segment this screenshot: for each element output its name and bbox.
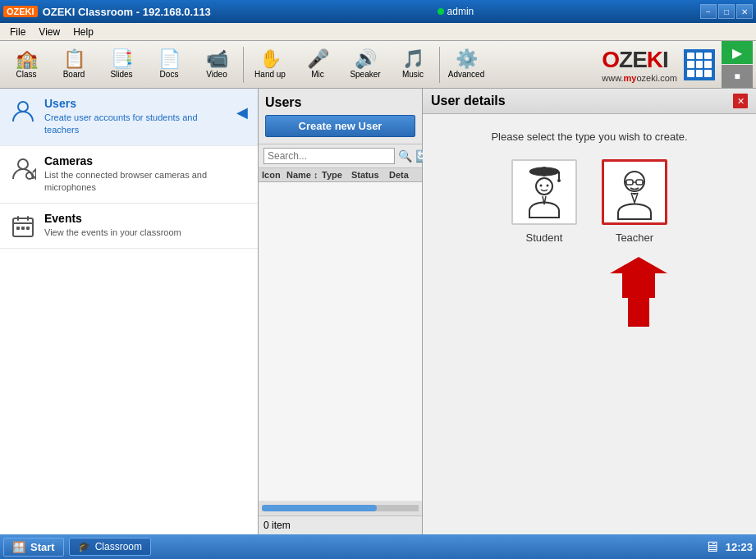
toolbar: 🏫 Class 📋 Board 📑 Slides 📄 Docs 📹 Video … <box>0 41 756 89</box>
menu-file[interactable]: File <box>3 25 32 39</box>
speaker-label: Speaker <box>350 70 380 79</box>
play-stop-box: ▶ ■ <box>722 41 753 88</box>
toolbar-separator <box>243 47 244 83</box>
close-button[interactable]: ✕ <box>736 4 753 19</box>
video-icon: 📹 <box>206 50 228 68</box>
ozeki-logo-url: www.mywww.myozeki.comozeki.com <box>602 73 677 83</box>
status-right: 🖥 12:23 <box>704 538 753 556</box>
menu-bar: File View Help <box>0 23 756 41</box>
toolbar-advanced-button[interactable]: ⚙️ Advanced <box>443 44 489 85</box>
video-label: Video <box>206 70 227 79</box>
status-bar: 🪟 Start 🎓 Classroom 🖥 12:23 <box>0 534 756 559</box>
svg-rect-22 <box>628 298 649 327</box>
col-type-header: Type <box>322 170 351 180</box>
start-icon: 🪟 <box>12 541 25 553</box>
svg-point-0 <box>18 102 28 112</box>
scrollbar[interactable] <box>262 505 419 511</box>
admin-label: admin <box>447 6 474 17</box>
maximize-button[interactable]: □ <box>718 4 735 19</box>
svg-rect-6 <box>26 227 30 230</box>
toolbar-music-button[interactable]: 🎵 Music <box>390 44 436 85</box>
red-arrow-icon <box>610 257 667 339</box>
create-user-button[interactable]: Create new User <box>265 115 415 137</box>
search-input[interactable] <box>263 148 395 164</box>
minimize-button[interactable]: − <box>700 4 717 19</box>
slides-icon: 📑 <box>111 50 133 68</box>
teacher-icon[interactable] <box>602 159 667 225</box>
grid-cell-4 <box>687 61 694 68</box>
svg-point-11 <box>557 179 561 182</box>
toolbar-class-button[interactable]: 🏫 Class <box>3 44 49 85</box>
toolbar-right: OZEKI www.mywww.myozeki.comozeki.com ▶ ■ <box>602 41 753 88</box>
details-body: Please select the type you wish to creat… <box>423 114 756 534</box>
cameras-icon <box>10 156 36 182</box>
title-bar: OZEKI OZEKI Classroom - 192.168.0.113 ad… <box>0 0 756 23</box>
taskbar-icon: 🎓 <box>78 541 90 552</box>
toolbar-speaker-button[interactable]: 🔊 Speaker <box>342 44 388 85</box>
events-item-title: Events <box>44 212 248 225</box>
svg-rect-5 <box>21 227 25 230</box>
play-button[interactable]: ▶ <box>722 41 753 64</box>
board-icon: 📋 <box>63 50 85 68</box>
class-label: Class <box>16 70 36 79</box>
users-item-arrow: ◀ <box>236 103 248 121</box>
start-button[interactable]: 🪟 Start <box>3 538 64 557</box>
student-option[interactable]: Student <box>511 159 577 244</box>
connection-status-dot <box>438 8 444 15</box>
window-title: OZEKI Classroom - 192.168.0.113 <box>43 6 211 18</box>
svg-point-1 <box>18 159 28 169</box>
col-icon-header: Icon <box>262 170 286 180</box>
music-icon: 🎵 <box>402 50 424 68</box>
student-label: Student <box>526 231 563 244</box>
svg-point-12 <box>536 178 552 195</box>
red-arrow-container <box>610 257 667 339</box>
users-panel-title: Users <box>265 95 415 110</box>
student-icon[interactable] <box>511 159 577 225</box>
search-icon[interactable]: 🔍 <box>398 149 412 163</box>
scrollbar-thumb[interactable] <box>262 505 377 511</box>
svg-point-15 <box>625 172 644 191</box>
toolbar-handup-button[interactable]: ✋ Hand up <box>247 44 293 85</box>
main-content: Users Create user accounts for students … <box>0 89 756 534</box>
board-label: Board <box>63 70 85 79</box>
users-list <box>259 182 422 501</box>
docs-label: Docs <box>160 70 179 79</box>
users-item-content: Users Create user accounts for students … <box>44 97 228 137</box>
stop-button[interactable]: ■ <box>722 65 753 88</box>
teacher-label: Teacher <box>616 231 653 244</box>
users-item-title: Users <box>44 97 228 110</box>
cameras-item-desc: List the connected browser cameras and m… <box>44 169 248 195</box>
taskbar-classroom[interactable]: 🎓 Classroom <box>69 538 151 556</box>
users-panel-header: Users Create new User <box>259 89 422 144</box>
items-count: 0 item <box>263 520 291 531</box>
slides-label: Slides <box>110 70 132 79</box>
toolbar-video-button[interactable]: 📹 Video <box>194 44 240 85</box>
menu-help[interactable]: Help <box>66 25 100 39</box>
ozeki-logo-wordmark: OZEKI <box>602 47 668 73</box>
toolbar-mic-button[interactable]: 🎤 Mic <box>295 44 341 85</box>
cameras-item-title: Cameras <box>44 154 248 167</box>
toolbar-board-button[interactable]: 📋 Board <box>51 44 97 85</box>
toolbar-slides-button[interactable]: 📑 Slides <box>99 44 144 85</box>
sidebar-item-cameras[interactable]: Cameras List the connected browser camer… <box>0 146 258 204</box>
sidebar-item-events[interactable]: Events View the events in your classroom <box>0 204 258 249</box>
clock: 12:23 <box>726 541 753 553</box>
music-label: Music <box>402 70 424 79</box>
search-bar: 🔍 🔄 ❓ <box>259 144 422 168</box>
sidebar-item-users[interactable]: Users Create user accounts for students … <box>0 89 258 146</box>
window-controls[interactable]: − □ ✕ <box>700 4 753 19</box>
details-title: User details <box>431 94 506 108</box>
teacher-option[interactable]: Teacher <box>602 159 667 244</box>
advanced-label: Advanced <box>448 70 484 79</box>
cameras-item-content: Cameras List the connected browser camer… <box>44 154 248 195</box>
admin-status: admin <box>438 6 474 17</box>
toolbar-docs-button[interactable]: 📄 Docs <box>146 44 192 85</box>
grid-cell-9 <box>704 70 712 77</box>
details-close-button[interactable]: ✕ <box>733 94 748 108</box>
users-panel: Users Create new User 🔍 🔄 ❓ Icon Name ↕ … <box>259 89 423 534</box>
grid-cell-6 <box>704 61 712 68</box>
ozeki-brand-logo: OZEKI www.mywww.myozeki.comozeki.com <box>602 47 677 83</box>
menu-view[interactable]: View <box>32 25 66 39</box>
events-item-content: Events View the events in your classroom <box>44 212 248 239</box>
mic-icon: 🎤 <box>307 50 329 68</box>
